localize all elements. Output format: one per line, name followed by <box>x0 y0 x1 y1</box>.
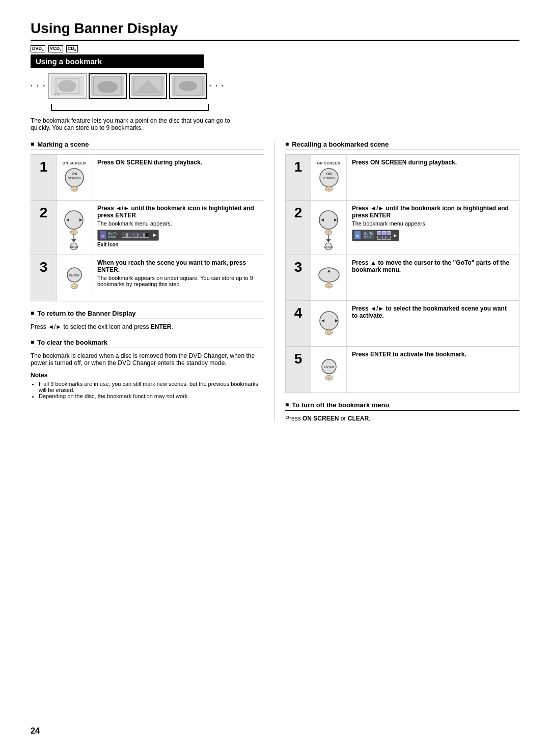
marking-step-1: 1 ON SCREEN ON SCREEN <box>31 155 264 201</box>
bookmark-section-title: Using a bookmark <box>31 54 204 68</box>
page-number: 24 <box>31 726 40 736</box>
svg-text:ENTER: ENTER <box>69 274 79 277</box>
notes-title: Notes <box>31 372 264 379</box>
turn-off-section: To turn off the bookmark menu Press ON S… <box>285 401 519 422</box>
svg-text:ON: ON <box>326 172 332 176</box>
svg-text:SCREEN: SCREEN <box>68 177 80 180</box>
recalling-step-4: 4 ◄ ► Press ◄/► to select the bookmarked… <box>286 301 519 347</box>
clear-section: To clear the bookmark The bookmark is cl… <box>31 339 264 399</box>
svg-point-5 <box>97 81 118 93</box>
svg-point-32 <box>325 186 333 191</box>
marking-steps: 1 ON SCREEN ON SCREEN <box>31 154 264 301</box>
page-title: Using Banner Display <box>31 20 519 41</box>
return-header: To return to the Banner Display <box>31 310 264 319</box>
clear-header: To clear the bookmark <box>31 339 264 348</box>
recalling-step-1: 1 ON SCREEN ON SCREEN Press ON <box>286 155 519 201</box>
svg-text:►: ► <box>333 217 338 222</box>
recalling-steps: 1 ON SCREEN ON SCREEN Press ON <box>285 154 519 393</box>
svg-text:►: ► <box>78 217 84 222</box>
svg-point-28 <box>71 284 78 289</box>
disc-labels: DVD» VCD» CD» <box>31 45 519 52</box>
svg-marker-23 <box>71 239 76 242</box>
recalling-step-3: 3 ▲ Press ▲ to move the cursor to the "G… <box>286 255 519 301</box>
clear-text: The bookmark is cleared when a disc is r… <box>31 352 264 367</box>
svg-text:SCREEN: SCREEN <box>322 177 335 180</box>
turn-off-text: Press ON SCREEN or CLEAR. <box>285 415 519 422</box>
recalling-step-5: 5 ENTER Press ENTER to activate the book… <box>286 347 519 393</box>
filmstrip: • • • ◄◄ • • • <box>31 73 519 99</box>
svg-text:ENTER: ENTER <box>323 366 334 369</box>
recalling-section-header: Recalling a bookmarked scene <box>285 141 519 150</box>
svg-text:◄: ◄ <box>320 217 325 222</box>
svg-text:◄: ◄ <box>65 217 70 222</box>
svg-text:▲: ▲ <box>326 268 332 273</box>
return-section: To return to the Banner Display Press ◄/… <box>31 310 264 330</box>
svg-text:ON: ON <box>71 172 77 176</box>
bookmark-intro: The bookmark feature lets you mark a poi… <box>31 117 250 131</box>
svg-marker-39 <box>326 239 331 242</box>
svg-point-1 <box>58 80 76 92</box>
notes-list: If all 9 bookmarks are in use, you can s… <box>39 381 264 399</box>
marking-step-3: 3 ENTER When you reach the scene you wan… <box>31 255 264 301</box>
svg-text:ENTER: ENTER <box>70 245 78 248</box>
svg-text:◄: ◄ <box>320 318 325 323</box>
svg-text:ENTER: ENTER <box>324 245 333 248</box>
exit-icon-label: Exit icon <box>97 242 259 247</box>
marking-step-2: 2 ◄ ► ENTER <box>31 201 264 255</box>
svg-point-44 <box>325 283 333 288</box>
turn-off-header: To turn off the bookmark menu <box>285 401 519 411</box>
recalling-step-2: 2 ◄ ► ENTER Press ◄/► until <box>286 201 519 255</box>
svg-text:◄◄: ◄◄ <box>53 93 60 96</box>
svg-point-48 <box>325 330 333 335</box>
svg-point-16 <box>71 186 78 191</box>
svg-text:►: ► <box>334 318 339 323</box>
marking-section-header: Marking a scene <box>31 141 264 150</box>
return-text: Press ◄/► to select the exit icon and pr… <box>31 323 264 330</box>
svg-point-51 <box>325 375 333 380</box>
svg-point-11 <box>179 81 197 91</box>
